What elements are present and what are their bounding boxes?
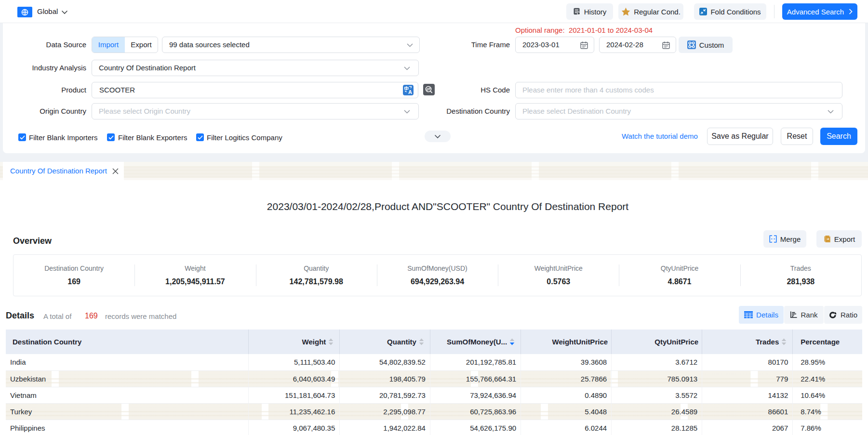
svg-text:A: A: [408, 89, 412, 95]
